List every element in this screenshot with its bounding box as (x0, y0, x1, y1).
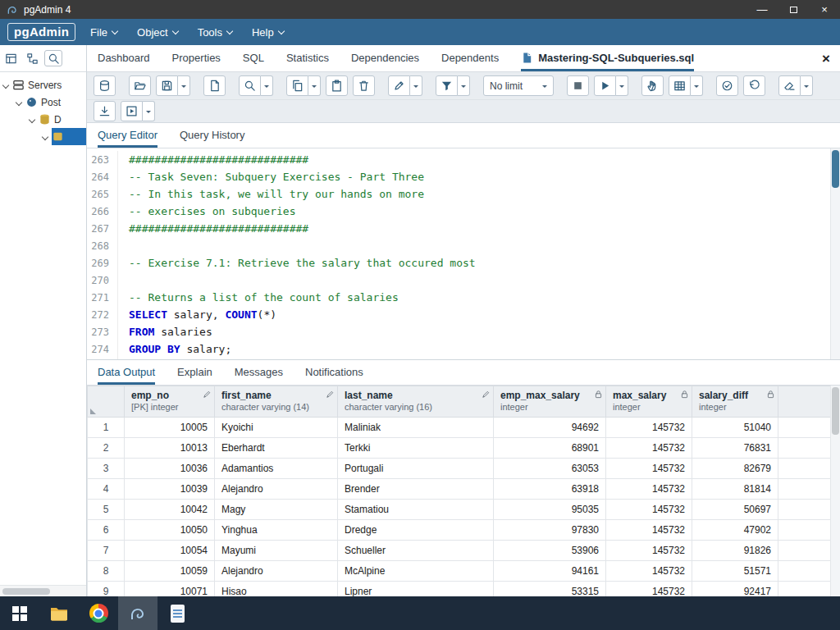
execute-button[interactable] (594, 75, 616, 96)
cell[interactable]: 51571 (692, 561, 778, 582)
cell[interactable]: 63053 (494, 459, 606, 479)
cell[interactable]: 10013 (125, 438, 215, 459)
tab-mastering-sql-subqueries-sql[interactable]: Mastering-SQL-Subqueries.sql (521, 45, 694, 71)
download-button[interactable] (94, 101, 116, 121)
tab-sql[interactable]: SQL (243, 45, 264, 71)
tree-item-d[interactable]: D (0, 111, 86, 128)
menu-item-object[interactable]: Object (137, 26, 178, 39)
find-dropdown[interactable] (261, 75, 273, 96)
cell[interactable]: 145732 (606, 561, 692, 582)
editor-scrollbar[interactable] (830, 148, 840, 359)
tab-dashboard[interactable]: Dashboard (98, 45, 150, 71)
cell[interactable]: Lipner (338, 582, 494, 597)
find-button[interactable] (239, 75, 261, 96)
cell[interactable]: 92417 (692, 582, 778, 597)
cell[interactable]: 145732 (606, 459, 692, 479)
cell[interactable]: 10071 (125, 582, 215, 597)
row-number-cell[interactable]: 2 (88, 438, 125, 459)
rollback-button[interactable] (743, 75, 765, 96)
cell[interactable]: 10036 (125, 459, 215, 479)
cell[interactable]: 82679 (692, 459, 778, 479)
cell[interactable]: 51040 (692, 418, 778, 438)
row-number-cell[interactable]: 5 (88, 500, 125, 520)
cell[interactable]: 53315 (494, 582, 606, 597)
cell[interactable]: Magy (215, 500, 338, 520)
cell[interactable]: Terkki (338, 438, 494, 459)
row-number-cell[interactable]: 8 (88, 561, 125, 582)
tab-statistics[interactable]: Statistics (286, 45, 329, 71)
cell[interactable]: 145732 (606, 418, 692, 438)
tree-item-post[interactable]: Post (0, 94, 86, 111)
cell[interactable]: Eberhardt (215, 438, 338, 459)
cell[interactable]: Portugali (338, 459, 494, 479)
restore-button[interactable] (778, 0, 809, 19)
taskbar-chrome[interactable] (79, 596, 118, 630)
cell[interactable]: 53906 (494, 541, 606, 561)
open-file-button[interactable] (129, 75, 151, 96)
scrollbar-thumb[interactable] (832, 387, 839, 435)
cell[interactable]: 10042 (125, 500, 215, 520)
cell[interactable]: 145732 (606, 479, 692, 500)
cell[interactable]: 145732 (606, 438, 692, 459)
cell[interactable]: 10059 (125, 561, 215, 582)
file-button[interactable] (203, 75, 226, 96)
save-dropdown[interactable] (178, 75, 190, 96)
tab-data-output[interactable]: Data Output (98, 360, 155, 385)
cell[interactable]: Dredge (338, 520, 494, 541)
scrollbar-thumb[interactable] (832, 150, 839, 188)
cell[interactable]: 50697 (692, 500, 778, 520)
row-number-cell[interactable]: 1 (88, 418, 125, 438)
search-button[interactable] (44, 50, 62, 66)
table-dropdown[interactable] (691, 75, 703, 96)
tree-item-selected[interactable] (0, 128, 86, 145)
cell[interactable]: Hisao (215, 582, 338, 597)
cell[interactable]: 47902 (692, 520, 778, 541)
sidebar-h-scrollbar[interactable] (0, 585, 86, 596)
clear-dropdown[interactable] (801, 75, 813, 96)
tab-messages[interactable]: Messages (235, 360, 283, 385)
sql-editor[interactable]: 263############################264-- Tas… (87, 148, 840, 360)
row-number-cell[interactable]: 6 (88, 520, 125, 541)
chevron-down-icon[interactable] (29, 116, 35, 122)
table-button[interactable] (669, 75, 691, 96)
cell[interactable]: 95035 (494, 500, 606, 520)
cell[interactable]: 10039 (125, 479, 215, 500)
cell[interactable]: Kyoichi (215, 418, 338, 438)
cell[interactable]: Schueller (338, 541, 494, 561)
execute-dropdown[interactable] (616, 75, 628, 96)
menu-item-tools[interactable]: Tools (198, 26, 232, 39)
cell[interactable]: 94161 (494, 561, 606, 582)
macro-dropdown[interactable] (143, 101, 155, 121)
chevron-down-icon[interactable] (42, 133, 48, 139)
tab-query-editor[interactable]: Query Editor (98, 123, 158, 148)
taskbar-start[interactable] (0, 596, 39, 630)
object-explorer-button[interactable] (2, 50, 20, 66)
grid-scrollbar[interactable] (830, 386, 840, 596)
cell[interactable]: Yinghua (215, 520, 338, 541)
cell[interactable]: Alejandro (215, 479, 338, 500)
column-header-salary-diff[interactable]: salary_diffinteger (692, 386, 778, 418)
filter-button[interactable] (436, 75, 458, 96)
cell[interactable]: McAlpine (338, 561, 494, 582)
cell[interactable]: 145732 (606, 520, 692, 541)
column-header-last-name[interactable]: last_namecharacter varying (16) (338, 386, 494, 418)
filter-dropdown[interactable] (458, 75, 470, 96)
column-header-emp-max-salary[interactable]: emp_max_salaryinteger (494, 386, 606, 418)
cell[interactable]: 94692 (494, 418, 606, 438)
database-button[interactable] (94, 75, 116, 96)
cell[interactable]: 76831 (692, 438, 778, 459)
scrollbar-thumb[interactable] (2, 588, 50, 595)
hand-pointer-button[interactable] (641, 75, 664, 96)
minimize-button[interactable]: — (746, 0, 778, 19)
taskbar-notepad[interactable] (158, 596, 197, 630)
tab-dependencies[interactable]: Dependencies (351, 45, 419, 71)
menu-item-file[interactable]: File (90, 26, 117, 39)
taskbar-file-explorer[interactable] (39, 596, 79, 630)
stop-button[interactable] (567, 75, 589, 96)
cell[interactable]: 63918 (494, 479, 606, 500)
close-button[interactable]: × (809, 0, 840, 19)
cell[interactable]: 145732 (606, 582, 692, 597)
cell[interactable]: Maliniak (338, 418, 494, 438)
column-header-first-name[interactable]: first_namecharacter varying (14) (215, 386, 338, 418)
close-tab-button[interactable]: × (822, 52, 830, 66)
